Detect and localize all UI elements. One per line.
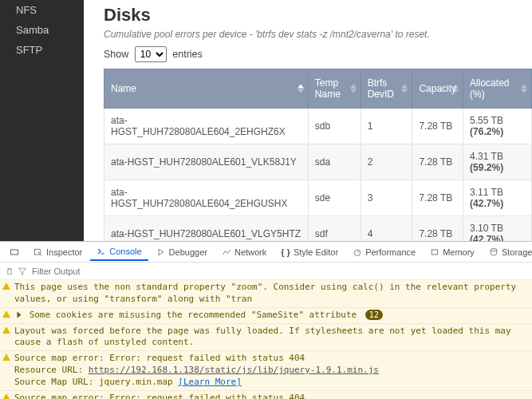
show-label-post: entries [172, 49, 203, 60]
resource-url-link[interactable]: https://192.168.1.138/static/js/lib/jque… [89, 365, 379, 375]
warning-icon [2, 393, 10, 399]
tab-memory[interactable]: Memory [424, 244, 481, 260]
page-subtitle: Cumulative pool errors per device - 'btr… [104, 29, 532, 40]
sidebar-item-sftp[interactable]: SFTP [0, 40, 84, 60]
tab-network[interactable]: Network [215, 244, 273, 260]
tab-performance[interactable]: Performance [346, 244, 422, 260]
entries-select[interactable]: 10 [135, 46, 167, 62]
table-row[interactable]: ata-HGST_HUH728080ALE604_2EHGHZ6Xsdb17.2… [104, 109, 532, 144]
cell-alloc: 4.31 TB (59.2%) [463, 144, 532, 180]
funnel-icon[interactable] [18, 267, 27, 276]
cell-cap: 7.28 TB [412, 216, 463, 242]
col-name[interactable]: Name [104, 69, 309, 109]
tab-styleeditor[interactable]: { } Style Editor [274, 244, 345, 260]
cell-name: ata-HGST_HUH728080ALE601_VLGY5HTZ [104, 216, 309, 242]
cell-alloc: 5.55 TB (76.2%) [463, 109, 532, 144]
cell-temp: sda [308, 144, 361, 180]
warning-icon [2, 326, 10, 334]
warning-icon [2, 354, 10, 361]
tab-inspector[interactable]: Inspector [27, 244, 89, 260]
cell-cap: 7.28 TB [412, 109, 463, 144]
cell-temp: sdf [308, 216, 361, 242]
cell-devid: 1 [361, 109, 412, 144]
svg-rect-1 [35, 249, 41, 255]
table-length-control: Show 10 entries [104, 46, 532, 62]
console-warning[interactable]: Some cookies are misusing the recommende… [0, 308, 532, 324]
devtools-tabbar: Inspector Console Debugger Network { } S… [0, 242, 532, 263]
cell-temp: sdb [308, 109, 361, 144]
cell-name: ata-HGST_HUH728080ALE604_2EHGUSHX [104, 180, 309, 216]
svg-rect-3 [432, 250, 438, 255]
col-capacity[interactable]: Capacity [412, 69, 463, 109]
table-row[interactable]: ata-HGST_HUH728080ALE601_VLK58J1Ysda27.2… [104, 144, 532, 180]
devtools-panel: Inspector Console Debugger Network { } S… [0, 241, 532, 399]
sidebar-item-nfs[interactable]: NFS [0, 0, 84, 20]
sidebar-item-samba[interactable]: Samba [0, 20, 84, 40]
cell-devid: 4 [361, 216, 412, 242]
warning-icon [2, 310, 10, 318]
tab-storage[interactable]: Storage [483, 244, 532, 260]
trash-icon[interactable] [5, 267, 14, 276]
disk-table: Name Temp Name Btrfs DevID Capacity Allo… [104, 69, 532, 241]
cell-cap: 7.28 TB [412, 144, 463, 180]
cell-alloc: 3.11 TB (42.7%) [463, 180, 532, 216]
cell-alloc: 3.10 TB (42.7%) [463, 216, 532, 242]
svg-rect-0 [11, 250, 18, 255]
sidebar: NFS Samba SFTP [0, 0, 84, 241]
cell-name: ata-HGST_HUH728080ALE604_2EHGHZ6X [104, 109, 309, 144]
learn-more-link[interactable]: [Learn More] [178, 377, 241, 387]
page-title: Disks [104, 5, 532, 26]
cell-name: ata-HGST_HUH728080ALE601_VLK58J1Y [104, 144, 309, 180]
cell-cap: 7.28 TB [412, 180, 463, 216]
console-filter-row [0, 263, 532, 280]
col-allocated[interactable]: Allocated (%) [463, 69, 532, 109]
console-output: This page uses the non standard property… [0, 280, 532, 399]
tab-console[interactable]: Console [90, 243, 148, 261]
table-row[interactable]: ata-HGST_HUH728080ALE601_VLGY5HTZsdf47.2… [104, 216, 532, 242]
cell-devid: 2 [361, 144, 412, 180]
show-label-pre: Show [104, 49, 128, 60]
col-devid[interactable]: Btrfs DevID [361, 69, 412, 109]
cell-devid: 3 [361, 180, 412, 216]
svg-point-4 [491, 248, 497, 251]
devtools-tab-toggle[interactable] [3, 244, 26, 260]
console-warning: Source map error: Error: request failed … [0, 351, 532, 391]
warning-icon [2, 282, 10, 290]
console-warning: Source map error: Error: request failed … [0, 391, 532, 399]
filter-input[interactable] [30, 266, 126, 277]
count-badge: 12 [365, 310, 383, 321]
cell-temp: sde [308, 180, 361, 216]
col-temp[interactable]: Temp Name [308, 69, 361, 109]
expand-icon[interactable] [18, 311, 22, 318]
main-content: Disks Cumulative pool errors per device … [84, 0, 532, 241]
table-row[interactable]: ata-HGST_HUH728080ALE604_2EHGUSHXsde37.2… [104, 180, 532, 216]
console-warning: Layout was forced before the page was fu… [0, 324, 532, 352]
tab-debugger[interactable]: Debugger [150, 244, 214, 260]
console-warning: This page uses the non standard property… [0, 280, 532, 308]
